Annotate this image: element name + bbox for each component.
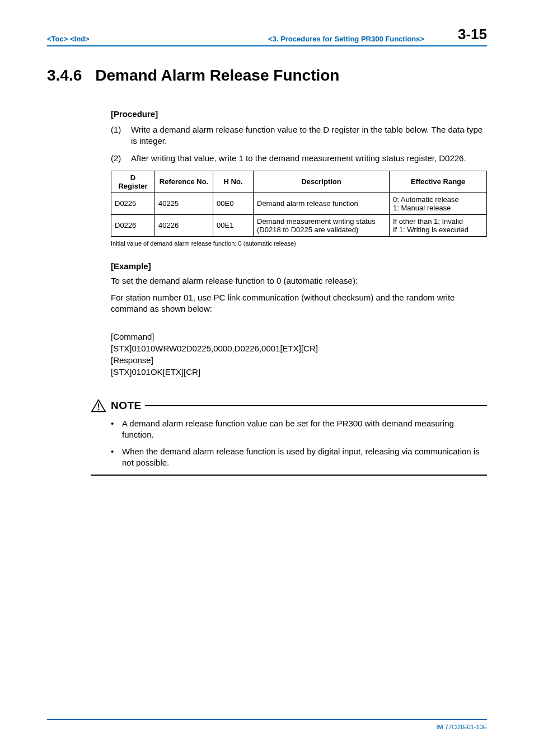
- th-description: Description: [254, 171, 390, 192]
- note-label: NOTE: [111, 400, 142, 412]
- th-hno: H No.: [213, 171, 254, 192]
- page-footer: IM 77C01E01-10E: [47, 719, 487, 730]
- section-number: 3.4.6: [47, 67, 82, 84]
- response-text: [STX]0101OK[ETX][CR]: [111, 367, 487, 377]
- note-top-rule: [145, 405, 487, 406]
- step-number: (2): [111, 153, 131, 164]
- section-title-text: Demand Alarm Release Function: [95, 67, 339, 84]
- th-reference: Reference No.: [155, 171, 213, 192]
- step-text: Write a demand alarm release function va…: [131, 124, 487, 147]
- cell-hno: 00E0: [213, 192, 254, 214]
- cell-dregister: D0226: [111, 214, 155, 236]
- cell-description: Demand measurement writing status (D0218…: [254, 214, 390, 236]
- th-range: Effective Range: [390, 171, 487, 192]
- cell-range: If other than 1: Invalid If 1: Writing i…: [390, 214, 487, 236]
- command-label: [Command]: [111, 332, 487, 341]
- footer-rule: [47, 719, 487, 720]
- chapter-title[interactable]: <3. Procedures for Setting PR300 Functio…: [90, 35, 458, 43]
- header-nav: <Toc> <Ind>: [47, 35, 90, 43]
- procedure-step: (2) After writing that value, write 1 to…: [111, 153, 487, 164]
- note-item: A demand alarm release function value ca…: [111, 418, 487, 441]
- cell-hno: 00E1: [213, 214, 254, 236]
- table-row: D0225 40225 00E0 Demand alarm release fu…: [111, 192, 487, 214]
- document-id: IM 77C01E01-10E: [47, 724, 487, 730]
- cell-reference: 40226: [155, 214, 213, 236]
- step-text: After writing that value, write 1 to the…: [131, 153, 466, 164]
- page-header: <Toc> <Ind> <3. Procedures for Setting P…: [47, 26, 487, 46]
- command-text: [STX]01010WRW02D0225,0000,D0226,0001[ETX…: [111, 344, 487, 353]
- cell-description: Demand alarm release function: [254, 192, 390, 214]
- svg-point-2: [98, 408, 100, 410]
- procedure-step: (1) Write a demand alarm release functio…: [111, 124, 487, 147]
- example-heading: [Example]: [111, 261, 487, 271]
- cell-reference: 40225: [155, 192, 213, 214]
- th-dregister: D Register: [111, 171, 155, 192]
- procedure-heading: [Procedure]: [111, 109, 487, 119]
- example-intro-1: To set the demand alarm release function…: [111, 275, 487, 287]
- note-bottom-rule: [91, 475, 487, 476]
- page-number: 3-15: [458, 26, 487, 43]
- ind-link[interactable]: <Ind>: [70, 35, 90, 43]
- example-intro-2: For station number 01, use PC link commu…: [111, 292, 487, 315]
- section-heading: 3.4.6 Demand Alarm Release Function: [47, 67, 487, 84]
- note-block: NOTE A demand alarm release function val…: [91, 399, 487, 476]
- warning-icon: [91, 399, 106, 412]
- step-number: (1): [111, 124, 131, 147]
- cell-range: 0: Automatic release 1: Manual release: [390, 192, 487, 214]
- response-label: [Response]: [111, 355, 487, 365]
- table-footnote: Initial value of demand alarm release fu…: [111, 240, 487, 247]
- table-row: D0226 40226 00E1 Demand measurement writ…: [111, 214, 487, 236]
- register-table: D Register Reference No. H No. Descripti…: [111, 171, 487, 237]
- note-item: When the demand alarm release function i…: [111, 446, 487, 469]
- cell-dregister: D0225: [111, 192, 155, 214]
- toc-link[interactable]: <Toc>: [47, 35, 68, 43]
